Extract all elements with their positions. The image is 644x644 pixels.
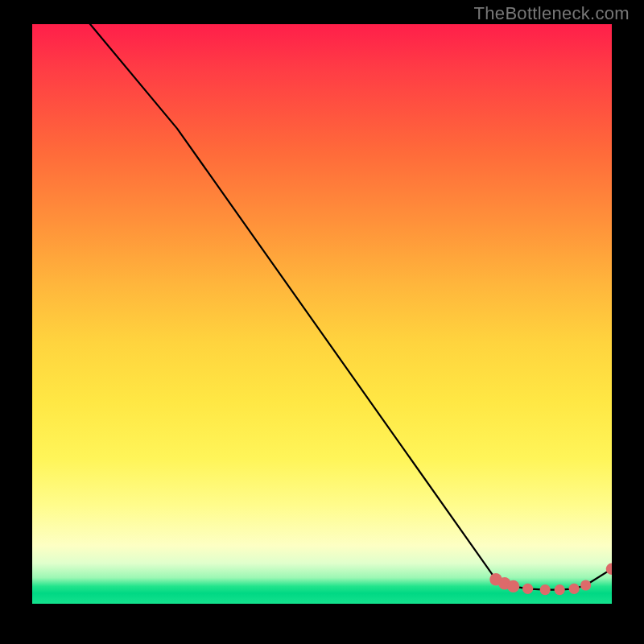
marker-m6 xyxy=(555,584,565,595)
marker-m5 xyxy=(540,584,551,595)
marker-m3 xyxy=(507,580,519,592)
chart-overlay xyxy=(32,24,612,604)
chart-plot-area xyxy=(32,24,612,604)
marker-m8 xyxy=(580,580,591,590)
main-curve-line xyxy=(32,24,612,590)
marker-m7 xyxy=(569,584,580,594)
attribution-text: TheBottleneck.com xyxy=(474,3,630,24)
marker-m4 xyxy=(522,584,533,594)
